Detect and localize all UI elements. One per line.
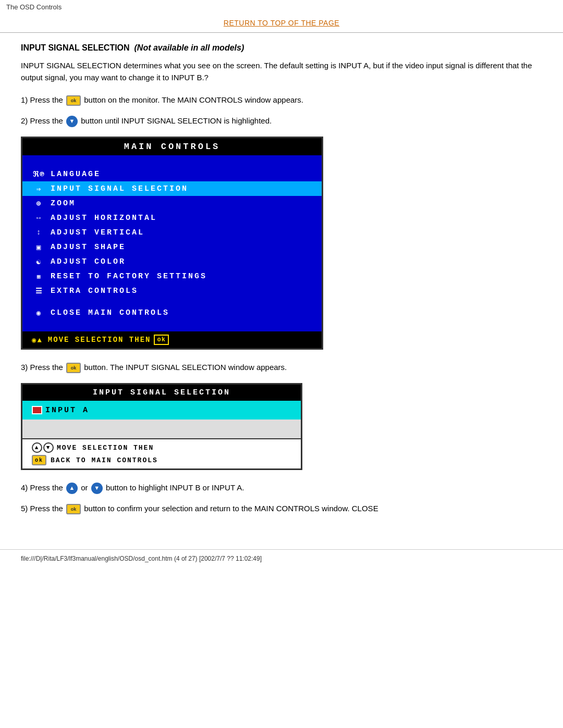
osd-title: MAIN CONTROLS: [22, 138, 322, 155]
step-5: 5) Press the ok button to confirm your s…: [21, 502, 542, 515]
osd-item-zoom: ⊕ ZOOM: [22, 196, 322, 211]
iss-bottom-line2-row: ok BACK TO MAIN CONTROLS: [32, 455, 291, 465]
osd-items-list: ℜ℗ LANGUAGE ⇒ INPUT SIGNAL SELECTION ⊕ Z…: [22, 155, 322, 329]
up-button-icon-4: ▲: [66, 483, 78, 494]
step-5-text: button to confirm your selection and ret…: [84, 504, 378, 513]
footer-text: file:///D|/Rita/LF3/lf3manual/english/OS…: [21, 555, 262, 562]
down-button-icon-1: ▼: [66, 116, 78, 127]
osd-icon-input-signal: ⇒: [32, 184, 46, 193]
step-3-text: button. The INPUT SIGNAL SELECTION windo…: [84, 363, 287, 372]
iss-up-icon: ▲: [32, 442, 42, 453]
osd-move-icon-1: ◉▲: [32, 336, 43, 344]
topbar-label: The OSD Controls: [6, 3, 62, 11]
iss-bottom-line1-row: ▲ ▼ MOVE SELECTION THEN: [32, 442, 291, 453]
step-3-number: 3) Press the: [21, 363, 65, 372]
down-button-icon-4: ▼: [91, 483, 103, 494]
osd-ok-badge: ok: [154, 335, 168, 345]
description: INPUT SIGNAL SELECTION determines what y…: [21, 60, 542, 83]
osd-bottom-icons: ◉▲: [32, 336, 44, 344]
osd-item-adjust-shape: ▣ ADJUST SHAPE: [22, 240, 322, 254]
osd-icon-extra-controls: ☰: [32, 287, 46, 295]
osd-item-close: ◉ CLOSE MAIN CONTROLS: [22, 305, 322, 320]
osd-icon-close: ◉: [32, 309, 46, 317]
footer: file:///D|/Rita/LF3/lf3manual/english/OS…: [0, 549, 563, 567]
iss-item-input-a: INPUT A: [22, 401, 301, 419]
step-3: 3) Press the ok button. The INPUT SIGNAL…: [21, 361, 542, 374]
osd-icon-adjust-vertical: ↕: [32, 228, 46, 237]
osd-bottom-bar: ◉▲ MOVE SELECTION THEN ok: [22, 331, 322, 348]
osd-icon-adjust-horizontal: ↔: [32, 214, 46, 222]
section-title-bold: INPUT SIGNAL SELECTION: [21, 43, 130, 52]
osd-item-input-signal: ⇒ INPUT SIGNAL SELECTION: [22, 181, 322, 196]
osd-icon-reset: ▦: [32, 273, 46, 280]
osd-item-adjust-vertical: ↕ ADJUST VERTICAL: [22, 225, 322, 240]
iss-bottom-bar: ▲ ▼ MOVE SELECTION THEN ok BACK TO MAIN …: [22, 438, 301, 468]
step-4-or: or: [81, 483, 90, 492]
iss-move-icons: ▲ ▼: [32, 442, 54, 453]
iss-down-icon: ▼: [43, 442, 54, 453]
osd-item-adjust-color: ☯ ADJUST COLOR: [22, 254, 322, 269]
iss-ok-icon: ok: [32, 455, 46, 465]
step-2-number: 2) Press the: [21, 116, 65, 125]
osd-item-extra-controls: ☰ EXTRA CONTROLS: [22, 283, 322, 298]
main-content: INPUT SIGNAL SELECTION (Not available in…: [0, 33, 563, 534]
osd-item-language: ℜ℗ LANGUAGE: [22, 167, 322, 181]
osd-icon-adjust-color: ☯: [32, 257, 46, 266]
main-controls-screen: MAIN CONTROLS ℜ℗ LANGUAGE ⇒ INPUT SIGNAL…: [21, 137, 323, 350]
osd-icon-zoom: ⊕: [32, 199, 46, 208]
ok-button-icon-1: ok: [66, 95, 81, 106]
step-4: 4) Press the ▲ or ▼ button to highlight …: [21, 482, 542, 494]
input-signal-screen: INPUT SIGNAL SELECTION INPUT A ▲ ▼ MOVE …: [21, 383, 302, 470]
topbar: The OSD Controls: [0, 0, 563, 14]
ok-button-icon-3: ok: [66, 363, 81, 373]
osd-icon-language: ℜ℗: [32, 170, 46, 179]
section-title: INPUT SIGNAL SELECTION (Not available in…: [21, 43, 542, 53]
osd-bottom-text: MOVE SELECTION THEN: [48, 336, 151, 344]
iss-item-a-label: INPUT A: [45, 406, 89, 415]
osd-item-reset: ▦ RESET TO FACTORY SETTINGS: [22, 269, 322, 283]
osd-icon-adjust-shape: ▣: [32, 243, 46, 252]
step-4-text: button to highlight INPUT B or INPUT A.: [106, 483, 244, 492]
section-title-italic: (Not available in all models): [134, 43, 244, 52]
osd-item-adjust-horizontal: ↔ ADJUST HORIZONTAL: [22, 211, 322, 225]
step-5-number: 5) Press the: [21, 504, 65, 513]
step-4-number: 4) Press the: [21, 483, 65, 492]
step-1: 1) Press the ok button on the monitor. T…: [21, 94, 542, 106]
return-link[interactable]: RETURN TO TOP OF THE PAGE: [224, 19, 339, 27]
step-1-number: 1) Press the: [21, 95, 65, 104]
return-link-row: RETURN TO TOP OF THE PAGE: [0, 14, 563, 33]
iss-title: INPUT SIGNAL SELECTION: [22, 385, 301, 401]
step-2-text: button until INPUT SIGNAL SELECTION is h…: [81, 116, 272, 125]
iss-item-empty: [22, 419, 301, 438]
ok-button-icon-5: ok: [66, 504, 81, 514]
input-a-icon: [32, 406, 42, 414]
iss-bottom-text1: MOVE SELECTION THEN: [57, 444, 154, 452]
step-1-text: button on the monitor. The MAIN CONTROLS…: [84, 95, 303, 104]
step-2: 2) Press the ▼ button until INPUT SIGNAL…: [21, 115, 542, 127]
iss-bottom-text2: BACK TO MAIN CONTROLS: [51, 456, 158, 464]
